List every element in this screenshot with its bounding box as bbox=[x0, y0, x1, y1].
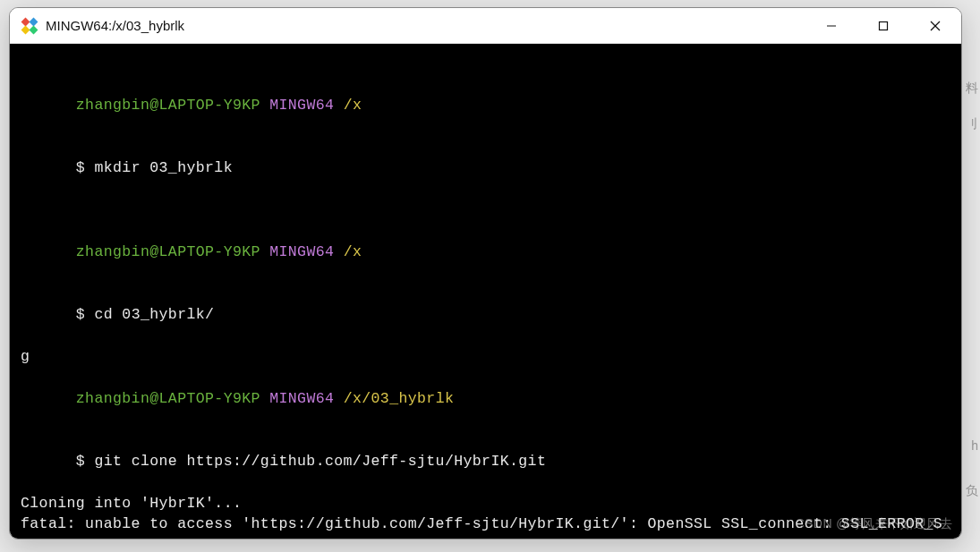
minimize-button[interactable] bbox=[805, 8, 857, 43]
prompt-user: zhangbin bbox=[76, 97, 149, 114]
prompt-line: zhangbin@LAPTOP-Y9KP MINGW64 /x/03_hybrl… bbox=[21, 367, 950, 429]
command-text: cd 03_hybrlk/ bbox=[94, 306, 214, 323]
prompt-user: zhangbin bbox=[76, 243, 149, 260]
app-icon bbox=[21, 17, 38, 35]
prompt-path: /x bbox=[344, 97, 362, 114]
terminal-window: MINGW64:/x/03_hybrlk zhangbin@LAPTOP-Y9K… bbox=[9, 7, 962, 539]
bg-fragment: 刂 bbox=[966, 116, 978, 132]
svg-rect-2 bbox=[21, 25, 30, 34]
watermark: CSDN @等风来不如迎风去 bbox=[796, 515, 952, 533]
prompt-line: zhangbin@LAPTOP-Y9KP MINGW64 /x bbox=[21, 73, 950, 136]
prompt-path: /x/03_hybrlk bbox=[344, 390, 455, 407]
prompt-env: MINGW64 bbox=[269, 390, 334, 407]
close-button[interactable] bbox=[909, 8, 961, 43]
prompt-at: @ bbox=[149, 243, 158, 260]
svg-rect-3 bbox=[30, 25, 38, 34]
prompt-line: zhangbin@LAPTOP-Y9KP MINGW64 /x bbox=[21, 220, 950, 283]
dollar-prompt: $ bbox=[76, 453, 95, 470]
command-line: $ cd 03_hybrlk/ bbox=[21, 284, 950, 346]
bg-fragment: h bbox=[971, 438, 978, 453]
maximize-button[interactable] bbox=[857, 8, 909, 43]
bg-fragment: 料 bbox=[966, 81, 978, 97]
command-text: mkdir 03_hybrlk bbox=[94, 159, 233, 176]
prompt-host: LAPTOP-Y9KP bbox=[159, 243, 260, 260]
bg-fragment: 负 bbox=[966, 483, 978, 499]
prompt-at: @ bbox=[149, 97, 158, 114]
prompt-at: @ bbox=[149, 390, 158, 407]
command-line: $ git clone https://github.com/Jeff-sjtu… bbox=[21, 430, 950, 493]
prompt-user: zhangbin bbox=[76, 390, 149, 407]
command-text: git clone https://github.com/Jeff-sjtu/H… bbox=[94, 453, 546, 470]
prompt-path: /x bbox=[344, 243, 362, 260]
window-controls bbox=[805, 8, 961, 43]
svg-rect-5 bbox=[880, 21, 888, 30]
prompt-host: LAPTOP-Y9KP bbox=[159, 390, 260, 407]
output-line: Cloning into 'HybrIK'... bbox=[21, 493, 950, 514]
window-title: MINGW64:/x/03_hybrlk bbox=[46, 18, 805, 33]
titlebar[interactable]: MINGW64:/x/03_hybrlk bbox=[10, 8, 961, 44]
prompt-env: MINGW64 bbox=[269, 97, 334, 114]
terminal-body[interactable]: zhangbin@LAPTOP-Y9KP MINGW64 /x $ mkdir … bbox=[10, 44, 961, 539]
output-line: g bbox=[21, 346, 950, 367]
dollar-prompt: $ bbox=[76, 306, 95, 323]
command-line: $ mkdir 03_hybrlk bbox=[21, 137, 950, 200]
prompt-host: LAPTOP-Y9KP bbox=[159, 97, 260, 114]
prompt-env: MINGW64 bbox=[269, 243, 334, 260]
svg-rect-0 bbox=[21, 17, 30, 26]
svg-rect-1 bbox=[30, 17, 38, 26]
dollar-prompt: $ bbox=[76, 159, 95, 176]
